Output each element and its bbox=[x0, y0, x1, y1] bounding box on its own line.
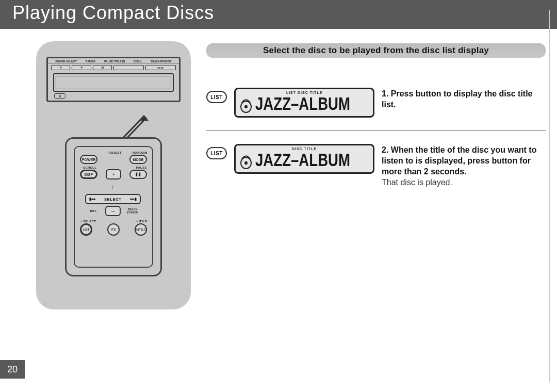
list-button-icon[interactable]: LIST bbox=[206, 91, 227, 103]
remote-power-button[interactable]: POWER bbox=[80, 155, 97, 164]
svg-point-2 bbox=[244, 105, 248, 108]
device-panel: POWER /ADJUST P.MODE PAUSE /TITLE IN DIS… bbox=[36, 41, 191, 309]
hu-label: TRACK/FF&REW bbox=[151, 60, 171, 63]
divider bbox=[206, 130, 546, 130]
disc-icon bbox=[240, 152, 252, 170]
page-body: POWER /ADJUST P.MODE PAUSE /TITLE IN DIS… bbox=[0, 29, 557, 309]
remote-plus-button[interactable]: ＋ bbox=[106, 169, 121, 179]
page-header: Playing Compact Discs bbox=[0, 0, 557, 29]
remote-itsc-button[interactable]: 3/ITS.C bbox=[135, 223, 147, 236]
head-unit: POWER /ADJUST P.MODE PAUSE /TITLE IN DIS… bbox=[46, 57, 181, 102]
page-title: Playing Compact Discs bbox=[12, 2, 214, 23]
remote-label: →ITS.P bbox=[121, 220, 147, 223]
step-2-text: 2. When the title of the disc you want t… bbox=[382, 145, 546, 177]
hu-label: DISC ▾ bbox=[134, 60, 142, 63]
remote-pause-button[interactable]: ❚❚ bbox=[129, 170, 147, 179]
prev-icon: ▮◂◂ bbox=[89, 197, 95, 201]
section-heading: Select the disc to be played from the di… bbox=[206, 43, 546, 58]
next-icon: ▸▸▮ bbox=[130, 197, 137, 201]
cd-logo-icon: ◎ bbox=[54, 93, 65, 99]
svg-point-4 bbox=[244, 161, 248, 165]
remote-label: │ bbox=[112, 186, 114, 189]
step-1-text: 1. Press button to display the disc titl… bbox=[382, 89, 546, 110]
remote-minus-button[interactable]: — bbox=[105, 206, 121, 216]
hu-button[interactable]: M bbox=[93, 65, 112, 70]
hu-button[interactable] bbox=[113, 65, 144, 70]
lcd-text: JAZZ–ALBUM bbox=[255, 150, 350, 170]
step-2-note: That disc is played. bbox=[382, 178, 546, 187]
page-number: 20 bbox=[0, 360, 25, 379]
remote-label: →ADJUST bbox=[105, 151, 121, 154]
remote-list-button[interactable]: LIST bbox=[80, 223, 92, 236]
remote-label: →RANDOM bbox=[129, 151, 147, 154]
hu-label: P.MODE bbox=[86, 60, 95, 63]
lcd-display-1: LIST DISC TITLE JAZZ–ALBUM bbox=[234, 88, 374, 118]
svg-marker-0 bbox=[139, 116, 149, 121]
remote-label: →SCROLL bbox=[80, 166, 101, 169]
hu-label: POWER /ADJUST bbox=[55, 60, 77, 63]
step-1: LIST LIST DISC TITLE JAZZ–ALBUM 1. Press… bbox=[206, 88, 546, 118]
instructions: Select the disc to be played from the di… bbox=[206, 41, 546, 309]
list-button-icon[interactable]: LIST bbox=[206, 147, 227, 159]
remote-label: →SELECT bbox=[80, 220, 106, 223]
lcd-text: JAZZ–ALBUM bbox=[255, 94, 350, 114]
lcd-display-2: DISC TITLE JAZZ–ALBUM bbox=[234, 144, 374, 174]
hu-screen bbox=[53, 73, 174, 92]
hu-button[interactable]: A bbox=[51, 65, 70, 70]
remote-select-bar[interactable]: ▮◂◂ SELECT ▸▸▮ bbox=[85, 194, 141, 204]
remote-label: PAUSE bbox=[126, 166, 147, 169]
hu-button[interactable]: ◂◂ ▸▸ bbox=[145, 65, 176, 70]
remote-label: DISC bbox=[90, 209, 97, 213]
page-edge bbox=[549, 10, 550, 382]
remote-control: →ADJUST →RANDOM POWER MODE →SCROLL PAUSE… bbox=[65, 137, 162, 276]
remote-mode-button[interactable]: MODE bbox=[129, 155, 147, 164]
remote-select-label: SELECT bbox=[104, 198, 122, 201]
remote-disp-button[interactable]: DISP bbox=[80, 170, 97, 179]
remote-its-button[interactable]: ITS bbox=[107, 223, 120, 236]
disc-icon bbox=[240, 95, 252, 114]
hu-button[interactable]: P bbox=[72, 65, 91, 70]
step-2: LIST DISC TITLE JAZZ–ALBUM 2. When the t… bbox=[206, 144, 546, 187]
remote-label: TRACK FF/REW bbox=[124, 208, 141, 214]
hu-label: PAUSE /TITLE IN bbox=[104, 60, 125, 63]
